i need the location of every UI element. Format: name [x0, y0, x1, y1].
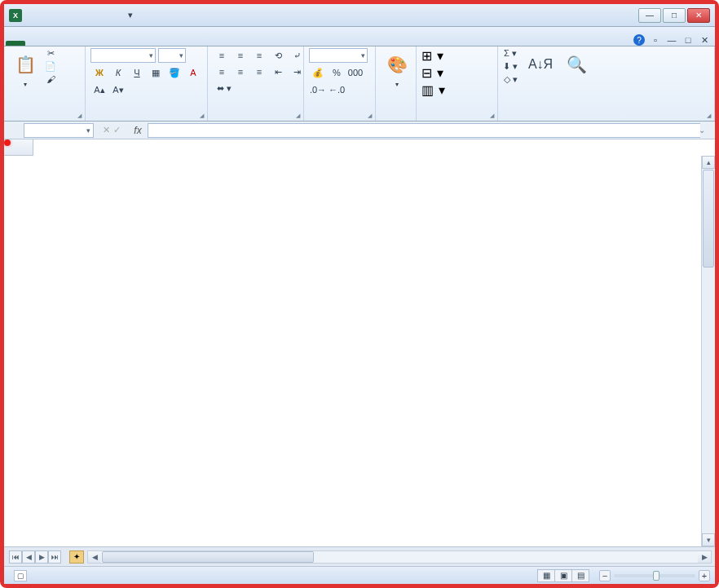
clear-icon[interactable]: ◇ ▾ [503, 74, 518, 85]
dec-decimal-icon[interactable]: ←.0 [328, 82, 346, 97]
name-box[interactable] [24, 123, 94, 138]
view-normal-icon[interactable]: ▦ [537, 569, 555, 582]
inc-decimal-icon[interactable]: .0→ [309, 82, 327, 97]
qat-icon[interactable] [108, 10, 120, 21]
merge-button[interactable]: ⬌ ▾ [213, 81, 236, 95]
help-icon[interactable]: ? [633, 34, 645, 46]
align-top-icon[interactable]: ≡ [213, 48, 231, 63]
view-pagebreak-icon[interactable]: ▤ [571, 569, 589, 582]
zoom-slider[interactable] [614, 574, 695, 577]
file-tab[interactable] [6, 41, 25, 46]
orientation-icon[interactable]: ⟲ [269, 48, 287, 63]
border-button[interactable]: ▦ [147, 65, 165, 80]
find-icon: 🔍 [563, 51, 589, 77]
close-button[interactable]: ✕ [687, 8, 710, 23]
zoom-in-button[interactable]: + [699, 570, 710, 581]
horizontal-scrollbar[interactable]: ◀ ▶ [87, 550, 712, 564]
group-font-label [90, 117, 202, 119]
new-sheet-icon[interactable]: ✦ [69, 550, 84, 564]
format-cells-icon[interactable]: ▥ [421, 82, 434, 98]
find-select-button[interactable]: 🔍 [560, 48, 593, 79]
tab-nav-prev-icon[interactable]: ◀ [22, 550, 35, 564]
grow-font-icon[interactable]: A▴ [90, 82, 108, 97]
titlebar: X ▾ — □ ✕ [4, 4, 715, 27]
row-headers [4, 156, 33, 546]
align-bottom-icon[interactable]: ≡ [250, 48, 268, 63]
scroll-left-icon[interactable]: ◀ [88, 551, 101, 563]
scroll-up-icon[interactable]: ▴ [702, 156, 715, 169]
copy-icon[interactable]: 📄 [45, 61, 56, 72]
styles-button[interactable]: 🎨 ▾ [381, 48, 413, 88]
group-cells-label [421, 117, 492, 119]
delete-cells-icon[interactable]: ⊟ [421, 65, 432, 81]
vertical-scrollbar[interactable]: ▴ ▾ [701, 156, 715, 546]
formula-input[interactable] [148, 123, 700, 138]
indent-inc-icon[interactable]: ⇥ [288, 64, 306, 79]
italic-button[interactable]: К [109, 65, 127, 80]
scroll-right-icon[interactable]: ▶ [698, 551, 711, 563]
scroll-thumb[interactable] [703, 170, 714, 267]
tab-nav-first-icon[interactable]: ⏮ [9, 550, 22, 564]
align-left-icon[interactable]: ≡ [213, 64, 231, 79]
font-color-button[interactable]: А [184, 65, 202, 80]
tab-nav-next-icon[interactable]: ▶ [35, 550, 48, 564]
align-middle-icon[interactable]: ≡ [232, 48, 249, 63]
qat-undo-icon[interactable] [43, 10, 55, 21]
doc-restore-icon[interactable]: □ [682, 34, 694, 46]
fill-color-button[interactable]: 🪣 [165, 65, 183, 80]
shrink-font-icon[interactable]: A▾ [109, 82, 127, 97]
hscroll-thumb[interactable] [102, 551, 314, 563]
fill-icon[interactable]: ⬇ ▾ [503, 61, 518, 72]
qat-icon[interactable] [76, 10, 87, 21]
currency-icon[interactable]: 💰 [309, 65, 327, 80]
sort-filter-button[interactable]: А↓Я [524, 48, 557, 79]
group-align-label [213, 117, 298, 119]
indent-dec-icon[interactable]: ⇤ [269, 64, 287, 79]
insert-cells-icon[interactable]: ⊞ [421, 48, 432, 64]
ribbon-tabs: ? ▫ — □ ✕ [4, 27, 715, 46]
paste-icon: 📋 [12, 51, 38, 77]
doc-close-icon[interactable]: ✕ [699, 34, 710, 46]
tab-nav-last-icon[interactable]: ⏭ [48, 550, 61, 564]
font-size-combo[interactable] [158, 48, 186, 63]
comma-icon[interactable]: 000 [346, 65, 364, 80]
sheet-tabs-bar: ⏮ ◀ ▶ ⏭ ✦ ◀ ▶ [4, 546, 715, 566]
qat-save-icon[interactable] [27, 10, 38, 21]
column-headers [33, 139, 700, 156]
sort-icon: А↓Я [527, 51, 554, 77]
doc-minimize-icon[interactable]: — [666, 34, 677, 46]
qat-icon[interactable] [92, 10, 104, 21]
group-number-label [309, 117, 370, 119]
align-right-icon[interactable]: ≡ [250, 64, 268, 79]
select-all-corner[interactable] [4, 139, 33, 156]
qat-redo-icon[interactable] [60, 10, 71, 21]
worksheet-area: ▴ ▾ [4, 139, 715, 546]
wrap-text-icon[interactable]: ⤶ [288, 48, 306, 63]
qat-dropdown-icon[interactable]: ▾ [125, 10, 136, 21]
ribbon-minimize-icon[interactable]: ▫ [650, 34, 661, 46]
align-center-icon[interactable]: ≡ [232, 64, 249, 79]
underline-button[interactable]: Ч [128, 65, 146, 80]
fx-icon[interactable]: fx [128, 125, 148, 136]
cells-grid[interactable] [33, 156, 700, 546]
expand-formula-icon[interactable]: ⌄ [695, 126, 708, 135]
paste-button[interactable]: 📋 ▾ [9, 48, 42, 88]
zoom-out-button[interactable]: − [599, 570, 611, 581]
macro-record-icon[interactable]: ▢ [14, 570, 27, 581]
styles-icon: 🎨 [384, 51, 410, 77]
maximize-button[interactable]: □ [663, 8, 686, 23]
view-layout-icon[interactable]: ▣ [554, 569, 572, 582]
cut-icon[interactable]: ✂ [45, 48, 56, 59]
format-painter-icon[interactable]: 🖌 [45, 74, 56, 84]
bold-button[interactable]: Ж [90, 65, 108, 80]
autosum-icon[interactable]: Σ ▾ [503, 48, 518, 59]
ribbon: 📋 ▾ ✂ 📄 🖌 Ж К [4, 46, 715, 122]
app-icon: X [9, 9, 22, 22]
number-format-combo[interactable] [309, 48, 368, 63]
font-name-combo[interactable] [90, 48, 156, 63]
scroll-down-icon[interactable]: ▾ [702, 533, 715, 546]
percent-icon[interactable]: % [328, 65, 346, 80]
group-editing-label [503, 117, 709, 119]
minimize-button[interactable]: — [638, 8, 661, 23]
formula-bar: ✕ ✓ fx ⌄ [4, 122, 715, 139]
